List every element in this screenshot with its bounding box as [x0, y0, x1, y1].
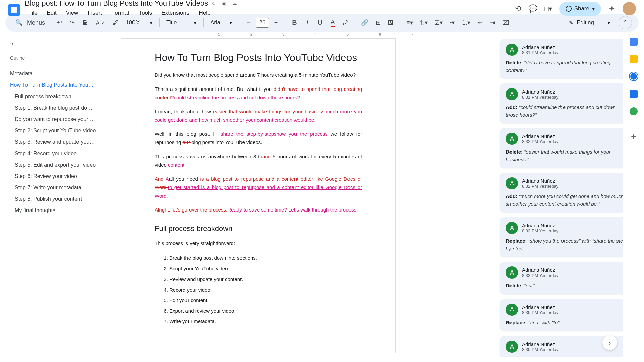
link-button[interactable]: 🔗: [358, 17, 371, 29]
outline-item[interactable]: My final thoughts: [10, 205, 96, 216]
checklist-button[interactable]: ☑▾: [432, 17, 445, 29]
meet-icon[interactable]: □▾: [545, 5, 552, 13]
list-item[interactable]: Break the blog post down into sections.: [169, 253, 362, 263]
history-icon[interactable]: ⟲: [515, 4, 521, 13]
suggestion-card[interactable]: AAdriana Nuñez8:31 PM Yesterday Delete:"…: [500, 39, 634, 79]
outline-item[interactable]: Full process breakdown: [10, 91, 96, 102]
tasks-icon[interactable]: [630, 72, 638, 80]
suggestion-delete[interactable]: easier that would make things for your b…: [213, 109, 326, 114]
menu-insert[interactable]: Insert: [84, 8, 105, 18]
account-avatar[interactable]: [623, 2, 636, 15]
list-item[interactable]: Review and update your content.: [169, 274, 362, 285]
paragraph[interactable]: This process saves us anywhere between 3…: [155, 152, 362, 169]
contacts-icon[interactable]: [630, 90, 638, 98]
heading-2[interactable]: Full process breakdown: [155, 224, 362, 233]
maps-icon[interactable]: [630, 107, 638, 115]
outline-item[interactable]: Step 7: Write your metadata: [10, 182, 96, 193]
page-title[interactable]: How To Turn Blog Posts Into YouTube Vide…: [155, 52, 362, 63]
share-dropdown-icon[interactable]: ▾: [592, 5, 595, 12]
menu-format[interactable]: Format: [108, 8, 133, 18]
font-size-increase[interactable]: +: [270, 17, 282, 29]
menu-file[interactable]: File: [25, 8, 41, 18]
outline-item[interactable]: Step 1: Break the blog post dow…: [10, 102, 96, 114]
paragraph[interactable]: Alright, let's go over the process.Ready…: [155, 205, 362, 214]
suggestion-insert[interactable]: A: [166, 176, 169, 182]
outline-item[interactable]: Step 4: Record your video: [10, 148, 96, 159]
suggestion-card[interactable]: AAdriana Nuñez8:32 PM Yesterday Add:"muc…: [500, 173, 634, 213]
indent-decrease-button[interactable]: ⇤: [474, 17, 486, 29]
document-canvas[interactable]: 1234567 How To Turn Blog Posts Into YouT…: [101, 32, 496, 357]
text-color-button[interactable]: A: [327, 17, 338, 29]
calendar-icon[interactable]: [630, 38, 638, 46]
font-select[interactable]: Arial▾: [207, 18, 236, 28]
suggestion-delete[interactable]: show you the process: [274, 131, 328, 137]
spellcheck-button[interactable]: Ａ✓: [92, 17, 108, 29]
paragraph[interactable]: Well, in this blog post, I'll share the …: [155, 130, 362, 147]
collapse-toolbar-button[interactable]: ^: [619, 16, 632, 29]
outline-item[interactable]: Do you want to repurpose your c…: [10, 114, 96, 125]
number-list-button[interactable]: 1.▾: [460, 17, 473, 29]
outline-item[interactable]: Step 6: Review your video: [10, 171, 96, 182]
menu-edit[interactable]: Edit: [43, 8, 60, 18]
underline-button[interactable]: U: [314, 17, 326, 29]
list-item[interactable]: Edit your content.: [169, 295, 362, 306]
suggestion-delete[interactable]: And: [155, 176, 166, 182]
cloud-status-icon[interactable]: ☁: [232, 0, 237, 7]
suggestion-delete[interactable]: Alright, let's go over the process.: [155, 207, 227, 213]
bold-button[interactable]: B: [289, 17, 300, 29]
comment-button[interactable]: ⊞: [372, 17, 384, 29]
horizontal-ruler[interactable]: 1234567: [201, 32, 473, 38]
undo-button[interactable]: ↶: [54, 17, 65, 29]
ordered-list[interactable]: Break the blog post down into sections. …: [169, 253, 362, 327]
suggestion-card[interactable]: AAdriana Nuñez8:35 PM Yesterday Replace:…: [500, 299, 634, 331]
font-size-input[interactable]: [256, 18, 269, 28]
suggestion-delete[interactable]: and: [262, 154, 273, 159]
line-spacing-button[interactable]: ⇅▾: [417, 17, 430, 29]
suggestion-insert[interactable]: to get started is a blog post to repurpo…: [155, 184, 362, 199]
share-button[interactable]: Share ▾: [559, 2, 601, 16]
menu-extensions[interactable]: Extensions: [158, 8, 193, 18]
document-title[interactable]: Blog post: How To Turn Blog Posts Into Y…: [25, 0, 208, 8]
suggestion-card[interactable]: AAdriana Nuñez8:32 PM Yesterday Delete:"…: [500, 128, 634, 168]
suggestion-insert[interactable]: could streamline the process and cut dow…: [174, 95, 300, 100]
keep-icon[interactable]: [630, 55, 638, 63]
comments-icon[interactable]: 💬: [528, 4, 537, 13]
suggestion-card[interactable]: AAdriana Nuñez8:31 PM Yesterday Add:"cou…: [500, 83, 634, 123]
outline-item[interactable]: How To Turn Blog Posts Into YouT…: [10, 79, 96, 91]
italic-button[interactable]: I: [302, 17, 313, 29]
redo-button[interactable]: ↷: [66, 17, 78, 29]
outline-item[interactable]: Step 5: Edit and export your video: [10, 159, 96, 171]
paragraph[interactable]: Did you know that most people spend arou…: [155, 71, 362, 79]
back-icon[interactable]: ←: [10, 38, 96, 49]
paragraph[interactable]: This process is very straightforward:: [155, 239, 362, 248]
menu-help[interactable]: Help: [195, 8, 214, 18]
zoom-select[interactable]: 100%▾: [122, 18, 156, 28]
menu-tools[interactable]: Tools: [136, 8, 156, 18]
paint-format-button[interactable]: 🖌: [110, 17, 121, 29]
editing-mode-select[interactable]: ✎ Editing ▾: [564, 17, 615, 28]
highlight-button[interactable]: 🖍: [340, 17, 351, 29]
outline-item[interactable]: Step 2: Script your YouTube video: [10, 125, 96, 136]
star-icon[interactable]: ☆: [211, 0, 216, 7]
image-button[interactable]: 🖼: [385, 17, 396, 29]
outline-item[interactable]: Step 8: Publish your content: [10, 193, 96, 205]
paragraph[interactable]: And Aall you need is a blog post to repu…: [155, 175, 362, 200]
suggestion-card[interactable]: AAdriana Nuñez8:33 PM Yesterday Replace:…: [500, 217, 634, 257]
paragraph[interactable]: That's a significant amount of time. But…: [155, 85, 362, 102]
suggestion-insert[interactable]: content.: [168, 162, 186, 168]
suggestion-insert[interactable]: share the step-by-step: [221, 131, 274, 137]
list-item[interactable]: Export and review your video.: [169, 306, 362, 316]
list-item[interactable]: Record your video.: [169, 285, 362, 295]
outline-item[interactable]: Step 3: Review and update your …: [10, 136, 96, 148]
document-page[interactable]: How To Turn Blog Posts Into YouTube Vide…: [121, 38, 396, 353]
print-button[interactable]: 🖶: [79, 17, 91, 29]
menu-view[interactable]: View: [63, 8, 82, 18]
font-size-decrease[interactable]: −: [243, 17, 254, 29]
docs-icon[interactable]: [8, 4, 20, 16]
search-menus[interactable]: 🔍 Menus: [12, 17, 50, 29]
style-select[interactable]: Title▾: [163, 18, 200, 28]
suggestion-card[interactable]: AAdriana Nuñez8:33 PM Yesterday Delete:"…: [500, 262, 634, 294]
move-icon[interactable]: ▣: [221, 0, 226, 7]
indent-increase-button[interactable]: ⇥: [487, 17, 498, 29]
next-suggestion-button[interactable]: ›: [602, 335, 617, 350]
